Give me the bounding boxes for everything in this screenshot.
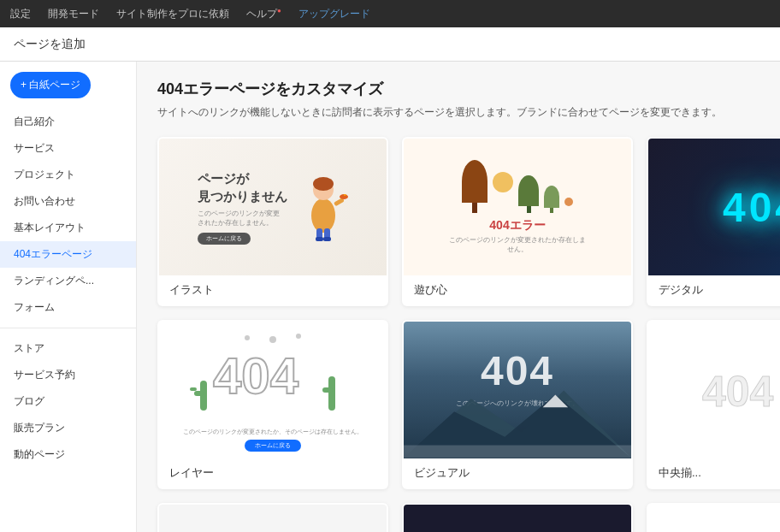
template-card-chuou[interactable]: 404 404 中央 xyxy=(647,320,780,489)
svg-text:404: 404 xyxy=(213,347,299,405)
topbar-devmode[interactable]: 開発モード xyxy=(48,7,99,21)
svg-rect-6 xyxy=(323,237,331,241)
illust-main-text: ページが見つかりません xyxy=(198,169,287,205)
template-label-asobi: 遊び心 xyxy=(404,275,631,304)
template-preview-asobi: 404エラー このページのリンクが変更されたか存在しません。 xyxy=(404,139,631,275)
asobi-sub-text: このページのリンクが変更されたか存在しません。 xyxy=(449,235,586,254)
template-preview-bottom1: 404 xyxy=(159,505,387,532)
mountain-svg xyxy=(404,381,631,458)
sidebar-item-form[interactable]: フォーム xyxy=(0,294,136,321)
topbar-upgrade[interactable]: アップグレード xyxy=(298,7,370,21)
svg-point-18 xyxy=(245,335,250,340)
add-blank-page-button[interactable]: + 白紙ページ xyxy=(10,72,91,98)
sidebar: + 白紙ページ 自己紹介 サービス プロジェクト お問い合わせ 基本レイアウト … xyxy=(0,62,137,532)
template-preview-illust: ページが見つかりません このページのリンクが変更されたか存在しません。 ホームに… xyxy=(159,139,387,275)
svg-rect-12 xyxy=(194,391,204,396)
svg-text:404: 404 xyxy=(702,368,774,416)
svg-rect-22 xyxy=(404,446,631,458)
sidebar-item-pricing[interactable]: 販売プラン xyxy=(0,415,136,441)
layer-preview-svg: 404 xyxy=(187,329,358,423)
content-title: 404エラーページをカスタマイズ xyxy=(157,79,759,99)
sidebar-item-basic-layout[interactable]: 基本レイアウト xyxy=(0,215,136,241)
page-header-title: ページを追加 xyxy=(14,37,86,52)
template-label-digital: デジタル xyxy=(648,275,780,304)
illust-btn: ホームに戻る xyxy=(198,233,251,245)
svg-rect-5 xyxy=(316,237,323,241)
template-card-bottom1[interactable]: 404 xyxy=(157,503,388,532)
sidebar-item-dynamic[interactable]: 動的ページ xyxy=(0,441,136,468)
svg-point-0 xyxy=(311,198,335,233)
template-card-visual[interactable]: 404 このページへのリンクが壊れています。 ビジュアル xyxy=(402,320,633,489)
template-card-illust[interactable]: ページが見つかりません このページのリンクが変更されたか存在しません。 ホームに… xyxy=(157,137,388,306)
template-card-asobi[interactable]: 404エラー このページのリンクが変更されたか存在しません。 遊び心 xyxy=(402,137,633,306)
template-preview-bottom3: 404 xyxy=(648,505,780,532)
template-card-digital[interactable]: 404 デジタル xyxy=(647,137,780,306)
template-preview-digital: 404 xyxy=(648,139,780,275)
svg-point-2 xyxy=(313,177,334,191)
illust-sub-text: このページのリンクが変更されたか存在しません。 xyxy=(198,209,283,228)
svg-rect-13 xyxy=(190,387,197,391)
svg-rect-15 xyxy=(322,387,333,393)
template-preview-bottom2: 404 xyxy=(404,505,631,532)
asobi-error-code: 404エラー xyxy=(404,218,631,233)
topbar-hire[interactable]: サイト制作をプロに依頼 xyxy=(116,7,229,21)
main-layout: + 白紙ページ 自己紹介 サービス プロジェクト お問い合わせ 基本レイアウト … xyxy=(0,62,780,532)
svg-point-17 xyxy=(296,334,301,339)
template-label-visual: ビジュアル xyxy=(404,458,631,488)
template-card-layer[interactable]: 404 xyxy=(157,320,388,489)
template-card-bottom3[interactable]: 404 xyxy=(647,503,780,532)
layer-sub-text: このページのリンクが変更されたか、そのページは存在しません。 xyxy=(183,428,363,436)
sidebar-item-about[interactable]: 自己紹介 xyxy=(0,109,136,135)
template-preview-visual: 404 このページへのリンクが壊れています。 xyxy=(404,322,631,458)
top-bar: 設定 開発モード サイト制作をプロに依頼 ヘルプ● アップグレード xyxy=(0,0,780,27)
sidebar-item-404[interactable]: 404エラーページ xyxy=(0,241,136,268)
sidebar-item-contact[interactable]: お問い合わせ xyxy=(0,188,136,215)
sidebar-item-project[interactable]: プロジェクト xyxy=(0,162,136,188)
template-label-layer: レイヤー xyxy=(159,458,387,488)
svg-rect-14 xyxy=(328,376,335,411)
sidebar-item-landing[interactable]: ランディングペ... xyxy=(0,268,136,294)
content-desc: サイトへのリンクが機能しないときに訪問者に表示するページを選択します。ブランドに… xyxy=(157,104,759,120)
sidebar-item-blog[interactable]: ブログ xyxy=(0,388,136,415)
template-preview-chuou: 404 404 xyxy=(648,322,780,458)
digital-error-code: 404 xyxy=(723,184,780,231)
sidebar-divider xyxy=(0,328,136,328)
sidebar-item-store[interactable]: ストア xyxy=(0,335,136,362)
template-label-illust: イラスト xyxy=(159,275,387,304)
sidebar-item-booking[interactable]: サービス予約 xyxy=(0,362,136,388)
content-area: 404エラーページをカスタマイズ サイトへのリンクが機能しないときに訪問者に表示… xyxy=(137,62,780,532)
template-label-chuou: 中央揃... xyxy=(648,458,780,488)
topbar-help[interactable]: ヘルプ● xyxy=(246,7,281,21)
svg-point-16 xyxy=(269,336,276,343)
layer-btn: ホームに戻る xyxy=(245,440,301,452)
topbar-settings[interactable]: 設定 xyxy=(10,7,31,21)
template-preview-layer: 404 xyxy=(159,322,387,458)
template-grid: ページが見つかりません このページのリンクが変更されたか存在しません。 ホームに… xyxy=(157,137,759,532)
girl-figure-icon xyxy=(298,168,349,245)
chuou-preview-svg: 404 404 xyxy=(677,346,780,432)
sidebar-item-services[interactable]: サービス xyxy=(0,135,136,162)
template-card-bottom2[interactable]: 404 xyxy=(402,503,633,532)
page-header: ページを追加 xyxy=(0,27,780,62)
